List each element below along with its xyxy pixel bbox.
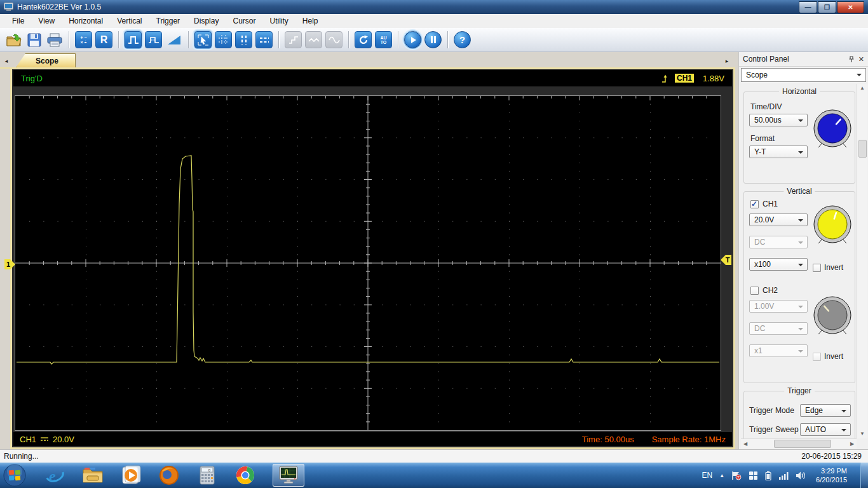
ch1-checkbox[interactable] <box>750 200 759 208</box>
ch2-probe-select[interactable]: x1 <box>749 344 808 357</box>
timediv-select[interactable]: 50.00us <box>749 114 808 126</box>
toolbar-separator <box>118 31 119 48</box>
tab-scope[interactable]: Scope <box>16 53 76 67</box>
internet-explorer-icon: e <box>44 465 65 485</box>
grid-button[interactable] <box>215 31 232 48</box>
menu-item-horizontal[interactable]: Horizontal <box>62 15 110 27</box>
pin-icon[interactable] <box>848 56 855 63</box>
start-button[interactable] <box>404 31 421 48</box>
square-wave-button[interactable] <box>125 31 142 48</box>
horizontal-cursor-button[interactable] <box>255 31 273 48</box>
select-cursor-icon <box>198 34 209 46</box>
channel1-position-marker[interactable]: 1 <box>4 259 15 269</box>
hantek-app-icon <box>278 466 299 485</box>
panel-mode-select[interactable]: Scope <box>741 68 866 82</box>
refresh-button[interactable] <box>355 31 372 48</box>
menu-item-vertical[interactable]: Vertical <box>110 15 149 27</box>
ch1-invert-checkbox[interactable] <box>813 264 821 272</box>
scroll-right-icon[interactable]: ▶ <box>848 441 857 447</box>
taskbar-clock[interactable]: 3:29 PM 6/20/2015 <box>816 466 847 484</box>
taskbar-firefox[interactable] <box>158 464 180 486</box>
math-button[interactable]: + −× ÷ <box>75 31 92 48</box>
zigzag-wave-button[interactable] <box>305 31 322 48</box>
menu-item-view[interactable]: View <box>31 15 62 27</box>
auto-setup-button[interactable]: AUTO <box>375 31 392 48</box>
select-cursor-button[interactable] <box>194 31 212 48</box>
minimize-button[interactable]: — <box>799 1 817 13</box>
save-button[interactable] <box>25 31 43 48</box>
battery-icon[interactable] <box>765 471 771 480</box>
horizontal-scroll-thumb[interactable] <box>774 440 831 448</box>
trigger-level-marker[interactable]: T <box>721 255 731 265</box>
pulse-width-button[interactable] <box>145 31 162 48</box>
horizontal-knob[interactable] <box>811 109 853 152</box>
ch2-volts-select[interactable]: 1.00V <box>749 300 808 313</box>
app-icon <box>4 3 13 11</box>
taskbar-hantek-app[interactable] <box>273 464 304 487</box>
clock-time: 3:29 PM <box>816 466 847 475</box>
taskbar-chrome[interactable] <box>234 464 256 486</box>
ch2-position-knob[interactable] <box>811 295 853 339</box>
ch1-position-knob[interactable] <box>811 205 853 248</box>
tray-expand-icon[interactable]: ▲ <box>719 473 724 478</box>
auto-setup-icon: AUTO <box>380 36 386 44</box>
ch1-coupling-select[interactable]: DC <box>749 236 808 248</box>
show-desktop-button[interactable] <box>860 463 868 488</box>
language-indicator[interactable]: EN <box>702 471 712 480</box>
pause-button[interactable] <box>424 31 442 48</box>
start-button[interactable] <box>3 463 27 487</box>
print-button[interactable] <box>46 31 63 48</box>
reference-button[interactable]: R <box>95 31 112 48</box>
menu-item-utility[interactable]: Utility <box>262 15 295 27</box>
menu-item-help[interactable]: Help <box>295 15 325 27</box>
help-button[interactable]: ? <box>454 31 471 48</box>
action-center-flag-icon[interactable] <box>731 471 742 480</box>
status-bar: Running... 20-06-2015 15:29 <box>0 449 868 463</box>
open-button[interactable] <box>5 31 22 48</box>
volume-icon[interactable] <box>796 471 806 480</box>
trigger-mode-select[interactable]: Edge <box>800 404 851 417</box>
scroll-up-icon[interactable]: ▲ <box>857 84 867 93</box>
control-panel-title: Control Panel <box>743 55 789 64</box>
panel-vertical-scrollbar[interactable]: ▲ ▼ <box>857 84 867 438</box>
sine-wave-button[interactable] <box>325 31 342 48</box>
vertical-group-title: Vertical <box>783 187 815 196</box>
scroll-down-icon[interactable]: ▼ <box>857 430 867 438</box>
taskbar-windows-explorer[interactable] <box>82 464 104 486</box>
ch2-checkbox[interactable] <box>750 287 759 295</box>
ch1-probe-select[interactable]: x100 <box>749 258 808 271</box>
chevron-down-icon <box>798 328 803 333</box>
restore-button[interactable]: ❐ <box>818 1 836 13</box>
ch2-invert-checkbox[interactable] <box>813 353 821 361</box>
trigger-sweep-select[interactable]: AUTO <box>800 423 851 436</box>
ch1-volts-select[interactable]: 20.0V <box>749 214 808 226</box>
taskbar-calculator[interactable]: 0 <box>196 464 218 486</box>
menu-item-display[interactable]: Display <box>187 15 226 27</box>
step-wave-icon <box>288 34 299 46</box>
taskbar-media-player[interactable] <box>120 464 142 486</box>
vertical-scroll-thumb[interactable] <box>858 140 867 158</box>
close-button[interactable]: ✕ <box>837 1 864 13</box>
format-select[interactable]: Y-T <box>749 146 808 158</box>
tab-scroll-left-icon[interactable]: ◂ <box>2 56 11 66</box>
toolbar-separator <box>278 31 279 48</box>
menu-item-file[interactable]: File <box>5 15 31 27</box>
ch2-coupling-select[interactable]: DC <box>749 322 808 335</box>
vertical-cursor-button[interactable] <box>235 31 252 48</box>
step-wave-button[interactable] <box>285 31 302 48</box>
scroll-left-icon[interactable]: ◀ <box>741 441 750 447</box>
svg-text:e: e <box>49 468 56 484</box>
network-signal-icon[interactable] <box>778 471 789 480</box>
taskbar-internet-explorer[interactable]: e <box>44 464 65 486</box>
windows-panes-icon[interactable] <box>749 471 758 480</box>
panel-horizontal-scrollbar[interactable]: ◀ ▶ <box>741 438 857 449</box>
panel-close-icon[interactable]: ✕ <box>858 55 864 64</box>
ramp-button[interactable] <box>165 31 182 48</box>
menu-item-cursor[interactable]: Cursor <box>226 15 262 27</box>
menu-item-trigger[interactable]: Trigger <box>149 15 187 27</box>
ch2-invert-row: Invert <box>813 352 843 361</box>
ch2-probe-value: x1 <box>754 346 763 355</box>
tab-scroll-right-icon[interactable]: ▸ <box>722 56 731 66</box>
media-player-icon <box>121 465 141 485</box>
footer-channel: CH1 <box>20 435 36 444</box>
